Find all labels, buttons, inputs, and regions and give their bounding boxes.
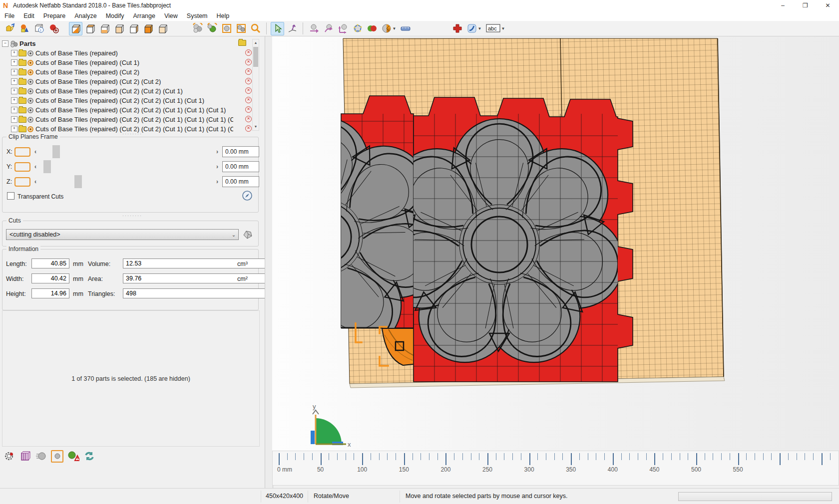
open-project-icon[interactable]: [3, 22, 17, 35]
create-part-icon[interactable]: [18, 22, 31, 35]
cut-dropdown-caret[interactable]: ▼: [478, 26, 482, 31]
expand-icon[interactable]: +: [11, 69, 17, 75]
volume-input[interactable]: [123, 258, 281, 268]
scroll-down-icon[interactable]: ▼: [253, 123, 259, 130]
menu-system[interactable]: System: [182, 11, 212, 20]
clip-y-plane-button[interactable]: [14, 162, 30, 172]
view-right-icon[interactable]: [156, 22, 169, 35]
menu-arrange[interactable]: Arrange: [129, 11, 160, 20]
execute-cut-icon[interactable]: [241, 228, 254, 241]
height-input[interactable]: [31, 288, 69, 298]
restore-button[interactable]: ❐: [794, 0, 817, 11]
view-bottom-icon[interactable]: [98, 22, 111, 35]
view-back-icon[interactable]: [127, 22, 140, 35]
expand-icon[interactable]: +: [11, 50, 17, 56]
visibility-eye-icon[interactable]: [27, 60, 33, 66]
menu-modify[interactable]: Modify: [101, 11, 129, 20]
delete-part-icon[interactable]: ✕: [245, 116, 252, 122]
area-input[interactable]: [123, 273, 281, 283]
clip-z-thumb[interactable]: [74, 175, 82, 188]
expand-icon[interactable]: +: [11, 78, 17, 85]
expand-icon[interactable]: +: [11, 107, 17, 113]
viewport-3d[interactable]: y x: [272, 36, 839, 451]
gear-add-icon[interactable]: [3, 450, 15, 463]
tree-row-part[interactable]: +Cuts of Base Tiles (repaired) (Cut 1)✕: [11, 58, 252, 67]
mesh-edit-icon[interactable]: [351, 22, 364, 35]
measure-icon[interactable]: [399, 22, 412, 35]
clip-z-slider[interactable]: [38, 175, 214, 188]
collapse-icon[interactable]: −: [2, 40, 8, 47]
analysis-icon[interactable]: ▼: [380, 22, 398, 35]
reset-clip-icon[interactable]: [241, 190, 253, 202]
tree-row-part[interactable]: +Cuts of Base Tiles (repaired) (Cut 2) (…: [11, 96, 252, 105]
tree-scrollbar[interactable]: ▲ ▼: [252, 39, 259, 131]
expand-icon[interactable]: +: [11, 88, 17, 94]
delete-part-icon[interactable]: ✕: [245, 49, 252, 56]
clip-x-slider[interactable]: [38, 145, 214, 158]
cutting-mode-dropdown[interactable]: <cutting disabled> ⌄: [6, 229, 239, 240]
delete-part-icon[interactable]: ✕: [245, 97, 252, 103]
delete-part-icon[interactable]: ✕: [245, 78, 252, 84]
visibility-eye-icon[interactable]: [27, 117, 33, 123]
menu-view[interactable]: View: [160, 11, 182, 20]
width-input[interactable]: [31, 273, 69, 283]
move-part-icon[interactable]: [307, 22, 321, 35]
show-parts-icon[interactable]: [191, 22, 204, 35]
clip-z-plane-button[interactable]: [14, 177, 30, 187]
visibility-eye-icon[interactable]: [27, 126, 33, 132]
clip-y-slider[interactable]: [38, 160, 214, 173]
transparent-cuts-checkbox[interactable]: [7, 192, 14, 200]
tree-row-part[interactable]: +Cuts of Base Tiles (repaired) (Cut 2) (…: [11, 115, 252, 124]
part-information-icon[interactable]: i: [32, 22, 46, 35]
tree-row-part[interactable]: +Cuts of Base Tiles (repaired)✕: [11, 48, 252, 58]
add-part-icon[interactable]: [47, 22, 60, 35]
clip-x-value[interactable]: 0.00 mm: [222, 146, 259, 157]
clip-z-decrease[interactable]: ‹: [34, 178, 36, 185]
expand-icon[interactable]: +: [11, 59, 17, 66]
fit-parts-icon[interactable]: [234, 22, 248, 35]
clip-x-thumb[interactable]: [52, 145, 60, 158]
triangles-input[interactable]: [123, 288, 281, 298]
visibility-eye-icon[interactable]: [27, 98, 33, 104]
clip-z-increase[interactable]: ›: [216, 178, 218, 185]
clip-x-plane-button[interactable]: [14, 147, 30, 157]
menu-prepare[interactable]: Prepare: [39, 11, 70, 20]
length-input[interactable]: [31, 258, 69, 268]
tree-row-part[interactable]: +Cuts of Base Tiles (repaired) (Cut 2) (…: [11, 86, 252, 96]
label-tool-icon[interactable]: abc▼: [484, 22, 507, 35]
menu-file[interactable]: File: [0, 11, 19, 20]
show-selected-icon[interactable]: [205, 22, 219, 35]
view-front-icon[interactable]: [112, 22, 126, 35]
select-cursor-icon[interactable]: [271, 22, 284, 35]
panel-splitter-2[interactable]: ········: [0, 215, 265, 218]
expand-icon[interactable]: +: [11, 126, 17, 132]
sphere-warning-icon[interactable]: [67, 450, 79, 463]
cube-slices-icon[interactable]: [19, 450, 31, 463]
visibility-eye-icon[interactable]: [27, 69, 33, 75]
expand-icon[interactable]: +: [11, 97, 17, 104]
parts-root-row[interactable]: − Parts: [2, 39, 36, 48]
delete-part-icon[interactable]: ✕: [245, 87, 252, 94]
clip-x-increase[interactable]: ›: [216, 148, 218, 155]
expand-icon[interactable]: +: [11, 116, 17, 123]
repair-icon[interactable]: [450, 22, 464, 35]
menu-edit[interactable]: Edit: [19, 11, 39, 20]
close-button[interactable]: ✕: [817, 0, 839, 11]
visibility-eye-icon[interactable]: [27, 79, 33, 85]
clip-x-decrease[interactable]: ‹: [34, 148, 36, 155]
delete-part-icon[interactable]: ✕: [245, 106, 252, 113]
zoom-icon[interactable]: [249, 22, 262, 35]
tree-row-part[interactable]: +Cuts of Base Tiles (repaired) (Cut 2) (…: [11, 105, 252, 115]
visibility-eye-icon[interactable]: [27, 107, 33, 113]
view-left-icon[interactable]: [141, 22, 155, 35]
tree-row-part[interactable]: +Cuts of Base Tiles (repaired) (Cut 2)✕: [11, 67, 252, 77]
analysis-dropdown-caret[interactable]: ▼: [393, 26, 397, 31]
clip-y-thumb[interactable]: [43, 160, 51, 173]
scrollbar-thumb[interactable]: [253, 47, 258, 67]
clip-y-value[interactable]: 0.00 mm: [222, 161, 259, 172]
fit-platform-icon[interactable]: [220, 22, 233, 35]
rotate-part-icon[interactable]: [322, 22, 335, 35]
rotate-view-icon[interactable]: [285, 22, 299, 35]
scale-part-icon[interactable]: [336, 22, 350, 35]
label-dropdown-caret[interactable]: ▼: [501, 26, 505, 31]
